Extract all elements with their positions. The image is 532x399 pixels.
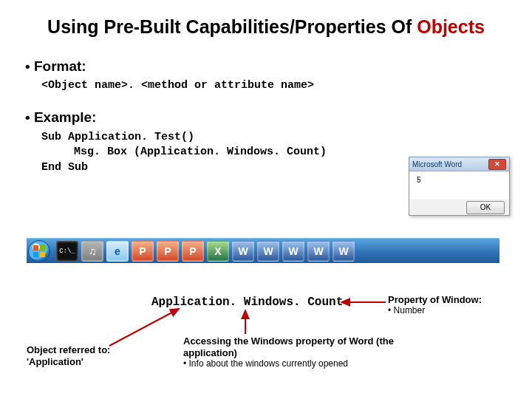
note-property-sub: • Number [388, 305, 510, 316]
bullet-format: Format: [25, 58, 507, 75]
format-dot: . [128, 79, 141, 92]
title-text: Using Pre-Built Capabilities/Properties … [47, 16, 417, 37]
code-line-3: End Sub [41, 161, 88, 174]
word-icon[interactable]: W [257, 241, 279, 262]
msgbox-body: 5 [409, 171, 509, 200]
powerpoint-icon[interactable]: P [157, 241, 179, 262]
code-line-1: Sub Application. Test() [41, 131, 194, 143]
taskbar: ♫ e P P P X W W W W W [27, 238, 499, 263]
powerpoint-icon[interactable]: P [132, 241, 154, 262]
format-code: <Object name>. <method or attribute name… [41, 79, 507, 92]
format-object: <Object name> [41, 79, 128, 92]
bullet-example: Example: [25, 109, 507, 126]
excel-icon[interactable]: X [207, 241, 229, 262]
title-accent: Objects [417, 16, 485, 37]
slide-title: Using Pre-Built Capabilities/Properties … [25, 16, 507, 38]
format-method: <method or attribute name> [141, 79, 314, 92]
msgbox-title: Microsoft Word [412, 160, 488, 168]
arrow-object-to-application [109, 309, 179, 346]
browser-icon[interactable]: e [106, 241, 129, 262]
note-object: Object referred to: 'Application' [27, 344, 137, 369]
expression-text: Application. Windows. Count [151, 296, 343, 309]
word-icon[interactable]: W [232, 241, 254, 262]
message-box: Microsoft Word ✕ 5 OK [409, 157, 510, 216]
word-icon[interactable]: W [307, 241, 330, 262]
ok-button[interactable]: OK [466, 201, 505, 214]
note-object-l1: Object referred to: [27, 344, 110, 355]
cmd-icon[interactable] [56, 241, 78, 262]
powerpoint-icon[interactable]: P [182, 241, 204, 262]
start-button[interactable] [28, 240, 50, 262]
word-icon[interactable]: W [332, 241, 355, 262]
msgbox-titlebar: Microsoft Word ✕ [409, 157, 509, 171]
close-icon[interactable]: ✕ [488, 159, 506, 170]
note-accessing-heading: Accessing the Windows property of Word (… [183, 335, 394, 358]
note-accessing-sub: • Info about the windows currently opene… [183, 358, 420, 369]
note-accessing: Accessing the Windows property of Word (… [183, 335, 420, 369]
note-object-l2: 'Application' [27, 356, 83, 367]
word-icon[interactable]: W [282, 241, 304, 262]
note-property-heading: Property of Window: [388, 294, 482, 305]
media-icon[interactable]: ♫ [81, 241, 103, 262]
note-property: Property of Window: • Number [388, 294, 510, 316]
